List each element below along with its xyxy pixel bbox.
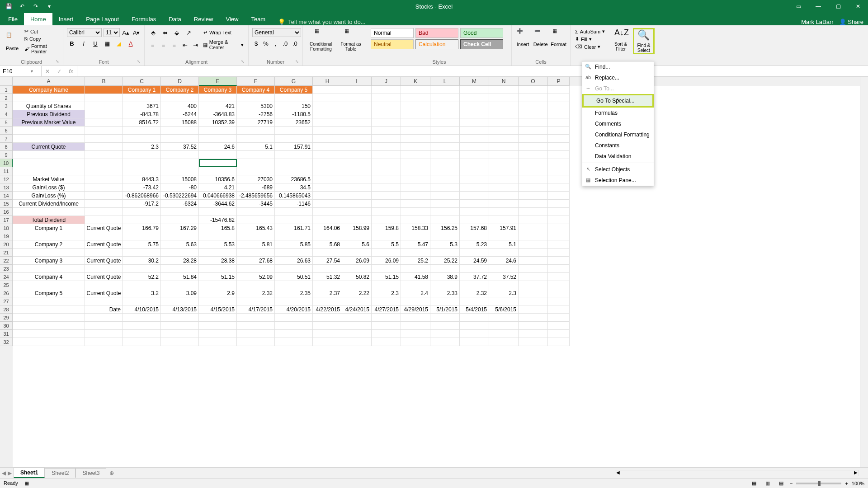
column-header[interactable]: H	[313, 77, 342, 86]
cell[interactable]: 156.25	[430, 224, 460, 232]
cell[interactable]	[519, 249, 548, 257]
cell[interactable]	[237, 281, 275, 289]
cell[interactable]: -917.2	[123, 200, 161, 208]
cell[interactable]	[161, 314, 199, 322]
cell[interactable]: Company 4	[13, 273, 85, 281]
cell[interactable]: 5.6	[342, 240, 372, 249]
cell[interactable]	[123, 167, 161, 175]
cell[interactable]	[342, 159, 372, 167]
cell[interactable]: 2.3	[123, 143, 161, 151]
cell[interactable]	[161, 249, 199, 257]
row-header[interactable]: 8	[0, 143, 13, 151]
cell[interactable]	[430, 94, 460, 102]
cell[interactable]	[460, 135, 489, 143]
cell[interactable]: 4/22/2015	[313, 305, 342, 314]
cell[interactable]: 5.63	[161, 240, 199, 249]
cell[interactable]: 30.2	[123, 257, 161, 265]
cell[interactable]	[342, 314, 372, 322]
cell[interactable]: Current Quote	[85, 224, 123, 232]
horizontal-scrollbar[interactable]: ◀ ▶	[615, 470, 859, 476]
row-header[interactable]: 19	[0, 232, 13, 240]
cell[interactable]	[460, 232, 489, 240]
cell[interactable]	[13, 208, 85, 216]
cell[interactable]	[199, 135, 237, 143]
cell[interactable]	[430, 135, 460, 143]
cell[interactable]	[85, 159, 123, 167]
cell[interactable]	[372, 249, 401, 257]
cell[interactable]	[372, 314, 401, 322]
menu-comments[interactable]: Comments	[582, 118, 654, 129]
currency-icon[interactable]: $	[252, 39, 260, 48]
cell[interactable]	[13, 281, 85, 289]
cell[interactable]	[489, 249, 519, 257]
row-header[interactable]: 24	[0, 273, 13, 281]
cell[interactable]	[123, 159, 161, 167]
cell[interactable]	[161, 151, 199, 159]
cell[interactable]	[372, 167, 401, 175]
shrink-font-icon[interactable]: A▾	[132, 28, 141, 37]
cell[interactable]	[548, 167, 570, 175]
cell[interactable]: 8516.72	[123, 118, 161, 127]
style-calculation[interactable]: Calculation	[415, 39, 458, 49]
cell[interactable]: 15008	[161, 175, 199, 183]
add-sheet-button[interactable]: ⊕	[106, 470, 117, 476]
zoom-in-icon[interactable]: +	[845, 481, 848, 486]
cell[interactable]: 5.47	[401, 240, 430, 249]
cell[interactable]	[342, 183, 372, 192]
cell[interactable]	[460, 175, 489, 183]
cell[interactable]	[199, 265, 237, 273]
cell[interactable]	[489, 338, 519, 346]
style-neutral[interactable]: Neutral	[371, 39, 414, 49]
cell[interactable]	[123, 135, 161, 143]
cell[interactable]	[519, 175, 548, 183]
row-header[interactable]: 31	[0, 330, 13, 338]
cell[interactable]: Previous Market Value	[13, 118, 85, 127]
row-header[interactable]: 32	[0, 338, 13, 346]
cell[interactable]	[372, 192, 401, 200]
cell[interactable]	[430, 143, 460, 151]
cell[interactable]	[519, 240, 548, 249]
cell[interactable]: Gain/Loss ($)	[13, 183, 85, 192]
cell[interactable]: 5300	[237, 102, 275, 110]
cell[interactable]: 5.1	[237, 143, 275, 151]
cell[interactable]	[13, 127, 85, 135]
align-left-icon[interactable]: ≡	[148, 40, 157, 49]
cell[interactable]: Company 4	[237, 86, 275, 94]
cell[interactable]: 150	[275, 102, 313, 110]
cell[interactable]	[519, 273, 548, 281]
cell[interactable]	[460, 183, 489, 192]
cell[interactable]: 2.32	[460, 289, 489, 297]
cell[interactable]	[313, 159, 342, 167]
cell[interactable]: 5.3	[430, 240, 460, 249]
cell[interactable]	[430, 281, 460, 289]
cell[interactable]	[401, 159, 430, 167]
cell[interactable]: 23686.5	[275, 175, 313, 183]
cell[interactable]	[401, 338, 430, 346]
cell[interactable]: 5.5	[372, 240, 401, 249]
cell[interactable]	[313, 330, 342, 338]
cell[interactable]	[489, 167, 519, 175]
cell[interactable]	[519, 151, 548, 159]
delete-cells-button[interactable]: ➖Delete	[533, 28, 548, 47]
cell[interactable]	[372, 118, 401, 127]
cell[interactable]	[489, 183, 519, 192]
cell[interactable]	[342, 297, 372, 305]
cell[interactable]	[13, 249, 85, 257]
cell[interactable]: 5.81	[237, 240, 275, 249]
cell[interactable]	[401, 216, 430, 224]
dialog-launcher-icon[interactable]: ⤡	[55, 59, 60, 65]
cell[interactable]	[548, 338, 570, 346]
cell[interactable]	[372, 102, 401, 110]
row-header[interactable]: 18	[0, 224, 13, 232]
row-header[interactable]: 27	[0, 297, 13, 305]
cell[interactable]: -2.485659656	[237, 192, 275, 200]
cell[interactable]: 23652	[275, 118, 313, 127]
font-size-select[interactable]: 11	[104, 28, 120, 37]
cell[interactable]	[372, 297, 401, 305]
cell[interactable]: 4/10/2015	[123, 305, 161, 314]
page-break-view-icon[interactable]: ▤	[776, 480, 786, 487]
cell[interactable]	[199, 249, 237, 257]
dialog-launcher-icon[interactable]: ⤡	[136, 59, 142, 65]
cell[interactable]	[460, 281, 489, 289]
cell[interactable]: 5.53	[199, 240, 237, 249]
